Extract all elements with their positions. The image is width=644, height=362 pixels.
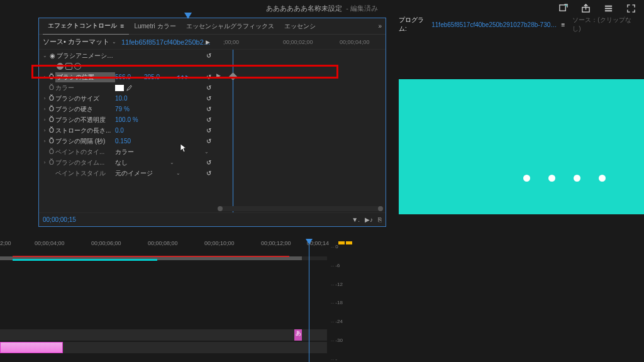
caret-down-icon[interactable]: ⌄ [42, 53, 48, 58]
pos-x-value[interactable]: 566.0 [115, 74, 144, 80]
stopwatch-icon[interactable]: Ŏ [48, 106, 55, 112]
video-track-2[interactable]: あ [0, 329, 327, 341]
stopwatch-icon[interactable]: Ŏ [48, 148, 55, 155]
effect-brush-animation[interactable]: ⌄ ◉ ブラシアニメーション ↺ [42, 50, 215, 61]
ellipse-mask-icon[interactable] [57, 63, 64, 70]
stopwatch-icon[interactable]: Ŏ [48, 95, 55, 102]
caret-right-icon[interactable]: › [42, 74, 48, 80]
mini-timeline-ruler[interactable]: ▶ ;00;00 00;00;02;00 00;00;04;00 [211, 35, 382, 50]
prop-paint-style[interactable]: ペイントスタイル 元のイメージ ⌄ ↺ [42, 168, 215, 178]
brush-timing-value[interactable]: なし [115, 158, 144, 167]
stopwatch-icon[interactable]: Ŏ [48, 116, 55, 123]
prev-kf-icon[interactable]: ▶ [216, 72, 221, 79]
chevron-down-icon[interactable]: ⌄ [112, 39, 116, 45]
tab-essential-graphics[interactable]: エッセンシャルグラフィックス [181, 18, 279, 35]
property-list: ⌄ ◉ ブラシアニメーション ↺ › Ŏ ブラシの位置 566.0 205.0 [39, 50, 215, 212]
brush-dot [599, 175, 606, 182]
svg-rect-0 [559, 4, 565, 10]
prop-brush-position[interactable]: › Ŏ ブラシの位置 566.0 205.0 ◀ ◆ ▶ ↺ [42, 72, 215, 82]
brush-size-value[interactable]: 10.0 [115, 95, 144, 102]
mouse-cursor-icon [180, 143, 187, 153]
keyframe-area[interactable]: ▶ [215, 50, 386, 212]
prop-paint-timing[interactable]: Ŏ ペイントのタイ... カラー ⌄ [42, 146, 215, 157]
source-clip-name[interactable]: 11feb65f8517cf40be250b29... [121, 38, 211, 46]
prop-brush-timing[interactable]: ›Ŏ ブラシのタイム... なし ⌄ ↺ [42, 157, 215, 168]
saved-status: - 編集済み [346, 4, 378, 13]
brush-dot [574, 175, 580, 182]
clip-color-matte[interactable] [0, 342, 63, 353]
rect-mask-icon[interactable] [65, 63, 72, 70]
audio-meters: 0 -6 -12 -18 -24 -30 - [327, 234, 357, 362]
program-preview [399, 79, 644, 214]
timeline-ruler[interactable]: 2;00 00;00;04;00 00;00;06;00 00;00;08;00… [0, 239, 327, 254]
reset-icon[interactable]: ↺ [206, 74, 211, 80]
paint-style-value[interactable]: 元のイメージ [115, 169, 156, 178]
paint-timing-value[interactable]: カラー [115, 148, 144, 156]
reset-icon[interactable]: ↺ [206, 52, 211, 59]
project-title: ああああああ名称未設定 [266, 4, 342, 13]
prop-brush-size[interactable]: ›Ŏ ブラシのサイズ 10.0 ↺ [42, 93, 215, 104]
prop-color[interactable]: Ŏ カラー ↺ [42, 82, 215, 93]
reset-icon[interactable]: ↺ [206, 84, 211, 91]
program-sequence-name: 11feb65f8517cf40be250b291027b28b-730x410 [431, 21, 558, 28]
tab-essential-sound[interactable]: エッセンシ [279, 18, 321, 35]
pos-y-value[interactable]: 205.0 [144, 74, 173, 80]
fullscreen-icon[interactable] [625, 3, 636, 14]
clip-thumbnail[interactable]: あ [294, 329, 302, 341]
video-track-1[interactable] [0, 342, 327, 353]
visibility-icon[interactable]: ◉ [48, 52, 57, 59]
brush-dot [548, 175, 555, 182]
timeline-work-area[interactable] [0, 256, 327, 260]
timeline-playhead[interactable] [309, 239, 309, 362]
stopwatch-icon[interactable]: Ŏ [48, 84, 55, 91]
share-icon[interactable] [580, 3, 591, 14]
reset-icon[interactable]: ↺ [206, 170, 211, 177]
sequence-timeline[interactable]: 2;00 00;00;04;00 00;00;06;00 00;00;08;00… [0, 234, 327, 362]
timeline-toggle-icon[interactable]: ▶ [206, 39, 210, 45]
filter-icon[interactable]: ▼. [352, 216, 360, 223]
tab-lumetri[interactable]: Lumetri カラー [129, 18, 180, 35]
keyframe-nav-icon[interactable]: ◀ ◆ ▶ [173, 74, 192, 80]
stopwatch-icon[interactable]: Ŏ [48, 74, 55, 80]
export-frame-icon[interactable]: ⎘ [378, 216, 382, 223]
reset-icon[interactable]: ↺ [206, 116, 211, 123]
prop-stroke-length[interactable]: ›Ŏ ストロークの長さ... 0.0 ↺ [42, 125, 215, 136]
brush-interval-value[interactable]: 0.150 [115, 138, 144, 145]
reset-icon[interactable]: ↺ [206, 127, 211, 134]
free-mask-icon[interactable] [74, 63, 81, 70]
titlebar: ああああああ名称未設定 - 編集済み [0, 0, 644, 16]
prop-brush-interval[interactable]: ›Ŏ ブラシの間隔 (秒) 0.150 ↺ [42, 136, 215, 146]
horiz-scrollbar[interactable] [218, 206, 383, 211]
stroke-length-value[interactable]: 0.0 [115, 127, 144, 134]
tab-program-monitor[interactable]: プログラム: 11feb65f8517cf40be250b291027b28b-… [395, 16, 569, 33]
workspaces-icon[interactable] [602, 3, 614, 14]
mask-shape-buttons [42, 61, 215, 72]
stopwatch-icon[interactable]: Ŏ [48, 159, 55, 166]
stopwatch-icon[interactable]: Ŏ [48, 127, 55, 134]
new-item-icon[interactable] [557, 3, 569, 14]
reset-icon[interactable]: ↺ [206, 95, 211, 102]
effect-controls-panel: エフェクトコントロール ≡ Lumetri カラー エッセンシャルグラフィックス… [38, 18, 386, 227]
tabs-overflow-icon[interactable]: » [378, 23, 382, 30]
dropdown-icon[interactable]: ⌄ [204, 149, 209, 155]
prop-brush-hardness[interactable]: ›Ŏ ブラシの硬さ 79 % ↺ [42, 104, 215, 114]
ec-timecode[interactable]: 00;00;00;15 [43, 216, 76, 223]
reset-icon[interactable]: ↺ [206, 159, 211, 166]
stopwatch-icon[interactable]: Ŏ [48, 138, 55, 145]
brush-opacity-value[interactable]: 100.0 % [115, 116, 144, 123]
play-icon[interactable]: ▶♪ [365, 216, 373, 223]
tab-source-none[interactable]: ソース：(クリップなし) [569, 16, 640, 33]
color-swatch[interactable] [115, 85, 124, 91]
reset-icon[interactable]: ↺ [206, 106, 211, 112]
eyedropper-icon[interactable] [125, 84, 132, 91]
keyframe-diamond[interactable] [229, 72, 237, 80]
prop-brush-opacity[interactable]: ›Ŏ ブラシの不透明度 100.0 % ↺ [42, 114, 215, 125]
keyframe-lane-position[interactable]: ▶ [215, 71, 386, 82]
reset-icon[interactable]: ↺ [206, 138, 211, 145]
dropdown-icon[interactable]: ⌄ [170, 160, 174, 165]
dropdown-icon[interactable]: ⌄ [176, 170, 180, 176]
brush-hardness-value[interactable]: 79 % [115, 106, 144, 112]
svg-point-1 [565, 4, 567, 6]
tab-effect-controls[interactable]: エフェクトコントロール ≡ [43, 18, 129, 35]
brush-dot [523, 175, 530, 182]
